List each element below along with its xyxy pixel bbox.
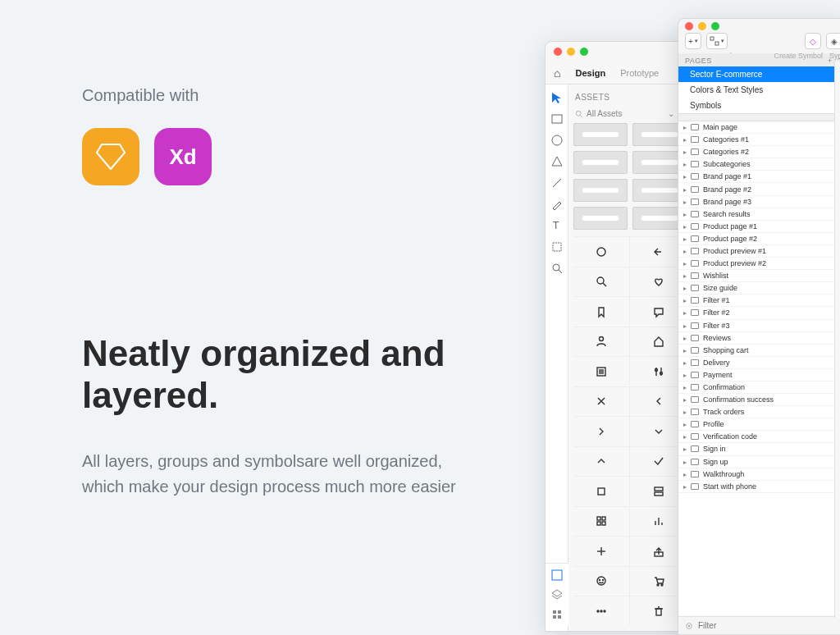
tools-menu[interactable]: ▾	[706, 33, 728, 49]
layer-item[interactable]: Filter #1	[678, 295, 840, 307]
polygon-tool[interactable]	[550, 155, 564, 168]
layer-item[interactable]: Categories #2	[678, 146, 840, 158]
select-tool[interactable]	[550, 91, 564, 104]
filter-input[interactable]	[698, 621, 840, 630]
more-icon[interactable]	[573, 596, 630, 625]
disclosure-triangle-icon[interactable]	[683, 222, 687, 231]
layer-item[interactable]: Sign up	[678, 456, 840, 468]
user-icon[interactable]	[573, 327, 630, 356]
disclosure-triangle-icon[interactable]	[683, 123, 687, 131]
maximize-window-button[interactable]	[711, 22, 719, 30]
tab-prototype[interactable]: Prototype	[620, 68, 659, 78]
layer-item[interactable]: Main page	[678, 121, 840, 134]
assets-filter-dropdown[interactable]: All Assets	[587, 109, 664, 118]
line-tool[interactable]	[550, 176, 564, 190]
rectangle-tool[interactable]	[550, 112, 564, 126]
layer-item[interactable]: Product page #1	[678, 221, 840, 233]
layer-item[interactable]: Subcategories	[678, 158, 840, 171]
disclosure-triangle-icon[interactable]	[683, 198, 687, 206]
close-icon[interactable]	[573, 386, 630, 416]
grid-icon[interactable]	[573, 506, 630, 536]
disclosure-triangle-icon[interactable]	[683, 259, 687, 267]
asset-thumb[interactable]	[573, 179, 628, 202]
layer-item[interactable]: Delivery	[678, 357, 840, 369]
layer-item[interactable]: Brand page #1	[678, 171, 840, 183]
symbols-button[interactable]: ◈	[826, 33, 840, 49]
minimize-window-button[interactable]	[567, 48, 575, 56]
asset-thumb[interactable]	[573, 123, 628, 146]
disclosure-triangle-icon[interactable]	[683, 395, 687, 404]
layer-item[interactable]: Profile	[678, 418, 840, 431]
disclosure-triangle-icon[interactable]	[683, 322, 687, 330]
layers-panel-button[interactable]	[550, 588, 564, 601]
create-symbol-button[interactable]: ◇	[805, 33, 821, 49]
disclosure-triangle-icon[interactable]	[683, 458, 687, 466]
layer-item[interactable]: Search results	[678, 208, 840, 221]
disclosure-triangle-icon[interactable]	[683, 172, 687, 180]
disclosure-triangle-icon[interactable]	[683, 383, 687, 391]
close-window-button[interactable]	[685, 22, 693, 30]
layer-item[interactable]: Brand page #3	[678, 196, 840, 208]
text-tool[interactable]: T	[550, 219, 564, 232]
layer-item[interactable]: Sign in	[678, 443, 840, 455]
layer-item[interactable]: Categories #1	[678, 134, 840, 146]
layer-item[interactable]: Filter #3	[678, 320, 840, 332]
plugins-panel-button[interactable]	[550, 608, 564, 621]
disclosure-triangle-icon[interactable]	[683, 296, 687, 304]
gear-icon[interactable]	[685, 622, 693, 630]
disclosure-triangle-icon[interactable]	[683, 470, 687, 478]
maximize-window-button[interactable]	[580, 48, 588, 56]
bookmark-icon[interactable]	[573, 296, 630, 326]
zoom-tool[interactable]	[550, 262, 564, 275]
page-item[interactable]: Sector E-commerce	[678, 66, 840, 82]
layer-item[interactable]: Product preview #2	[678, 258, 840, 270]
square-icon[interactable]	[573, 476, 630, 505]
disclosure-triangle-icon[interactable]	[683, 408, 687, 416]
disclosure-triangle-icon[interactable]	[683, 346, 687, 354]
disclosure-triangle-icon[interactable]	[683, 334, 687, 342]
disclosure-triangle-icon[interactable]	[683, 482, 687, 491]
layer-item[interactable]: Confirmation success	[678, 394, 840, 406]
disclosure-triangle-icon[interactable]	[683, 284, 687, 292]
disclosure-triangle-icon[interactable]	[683, 420, 687, 428]
layer-item[interactable]: Product page #2	[678, 233, 840, 245]
layer-item[interactable]: Brand page #2	[678, 183, 840, 195]
disclosure-triangle-icon[interactable]	[683, 359, 687, 367]
layer-item[interactable]: Verification code	[678, 431, 840, 443]
disclosure-triangle-icon[interactable]	[683, 308, 687, 317]
layer-item[interactable]: Reviews	[678, 332, 840, 345]
disclosure-triangle-icon[interactable]	[683, 160, 687, 168]
layer-item[interactable]: Shopping cart	[678, 345, 840, 357]
layer-item[interactable]: Product preview #1	[678, 245, 840, 258]
chevron-up-icon[interactable]	[573, 446, 630, 476]
layer-item[interactable]: Wishlist	[678, 270, 840, 282]
disclosure-triangle-icon[interactable]	[683, 445, 687, 453]
artboard-tool[interactable]	[550, 240, 564, 254]
disclosure-triangle-icon[interactable]	[683, 185, 687, 194]
disclosure-triangle-icon[interactable]	[683, 272, 687, 280]
chevron-right-icon[interactable]	[573, 416, 630, 445]
layer-item[interactable]: Walkthrough	[678, 468, 840, 481]
tab-design[interactable]: Design	[575, 68, 605, 78]
circle-icon[interactable]	[573, 236, 630, 266]
plus-icon[interactable]	[573, 536, 630, 565]
layer-item[interactable]: Confirmation	[678, 381, 840, 394]
page-item[interactable]: Symbols	[678, 98, 840, 113]
pen-tool[interactable]	[550, 198, 564, 211]
page-item[interactable]: Colors & Text Styles	[678, 82, 840, 98]
layer-item[interactable]: Start with phone	[678, 481, 840, 493]
smile-icon[interactable]	[573, 566, 630, 596]
ellipse-tool[interactable]	[550, 134, 564, 147]
layer-item[interactable]: Payment	[678, 369, 840, 381]
layer-item[interactable]: Track orders	[678, 406, 840, 418]
assets-panel-button[interactable]	[550, 569, 564, 582]
disclosure-triangle-icon[interactable]	[683, 247, 687, 255]
list-icon[interactable]	[573, 356, 630, 386]
minimize-window-button[interactable]	[698, 22, 706, 30]
insert-menu[interactable]: +▾	[685, 33, 701, 49]
search-icon[interactable]	[573, 267, 630, 296]
disclosure-triangle-icon[interactable]	[683, 148, 687, 156]
disclosure-triangle-icon[interactable]	[683, 235, 687, 243]
disclosure-triangle-icon[interactable]	[683, 135, 687, 144]
layer-item[interactable]: Filter #2	[678, 307, 840, 319]
